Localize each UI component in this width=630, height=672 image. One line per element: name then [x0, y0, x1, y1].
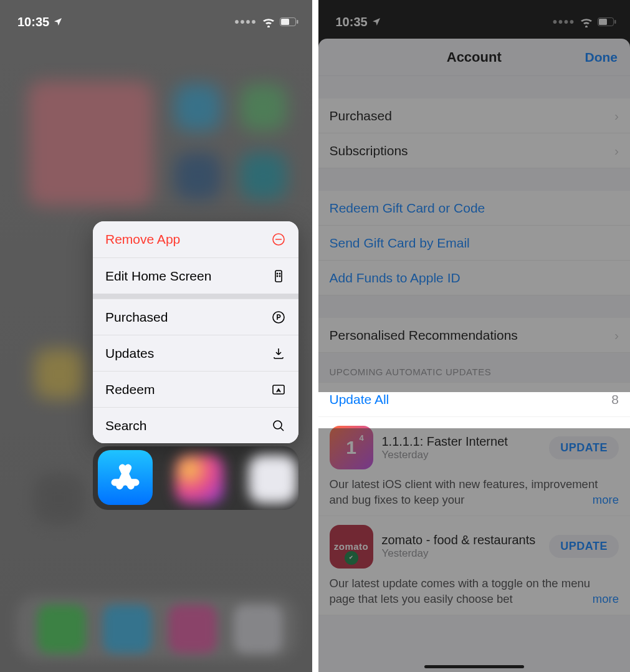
update-button[interactable]: UPDATE [549, 436, 619, 459]
cell-label: Subscriptions [330, 143, 615, 158]
account-sheet: Account Done Purchased › Subscriptions ›… [318, 39, 631, 672]
cell-add-funds[interactable]: Add Funds to Apple ID [318, 261, 631, 295]
cell-purchased[interactable]: Purchased › [318, 98, 631, 133]
menu-label: Remove App [105, 232, 271, 247]
menu-search[interactable]: Search [93, 407, 298, 443]
status-time: 10:35 [336, 15, 368, 29]
left-panel-homescreen: 10:35 •••• Remove App Edit Home Screen P… [0, 0, 312, 672]
app-subtitle: Yesterday [382, 547, 541, 560]
more-link[interactable]: more [588, 592, 619, 607]
update-button[interactable]: UPDATE [549, 535, 619, 558]
download-icon [271, 346, 286, 361]
chevron-right-icon: › [614, 328, 619, 343]
menu-label: Search [105, 418, 271, 433]
app-store-icon[interactable] [98, 450, 153, 505]
cell-redeem-gift[interactable]: Redeem Gift Card or Code [318, 191, 631, 226]
status-bar: 10:35 •••• [336, 14, 617, 30]
sheet-title: Account [447, 49, 502, 65]
cell-label: Personalised Recommendations [330, 328, 615, 343]
wifi-icon [261, 16, 276, 27]
home-indicator[interactable] [424, 665, 524, 668]
battery-icon [598, 15, 616, 29]
wifi-icon [579, 16, 594, 27]
cell-send-gift[interactable]: Send Gift Card by Email [318, 226, 631, 261]
battery-icon [280, 15, 298, 29]
safe-badge-icon: ✔ [345, 551, 358, 565]
status-time: 10:35 [17, 15, 49, 29]
cell-label: Redeem Gift Card or Code [330, 201, 619, 216]
chevron-right-icon: › [614, 143, 619, 158]
menu-label: Edit Home Screen [105, 269, 271, 284]
cellular-dots-icon: •••• [234, 15, 257, 29]
sheet-header: Account Done [318, 39, 631, 76]
cellular-dots-icon: •••• [553, 15, 575, 29]
done-button[interactable]: Done [585, 50, 618, 65]
svg-rect-2 [297, 20, 298, 24]
search-icon [271, 418, 286, 433]
cell-subscriptions[interactable]: Subscriptions › [318, 133, 631, 168]
chevron-right-icon: › [614, 108, 619, 123]
app-release-notes: Our latest iOS client with new features,… [330, 477, 619, 508]
app-subtitle: Yesterday [382, 449, 541, 461]
menu-edit-home-screen[interactable]: Edit Home Screen [93, 257, 298, 294]
adjacent-app-blur [175, 455, 224, 504]
update-count: 8 [611, 392, 619, 407]
svg-line-13 [281, 428, 284, 431]
more-link[interactable]: more [588, 492, 619, 508]
svg-point-7 [279, 273, 280, 274]
cell-label: Add Funds to Apple ID [330, 271, 619, 286]
menu-separator [93, 294, 298, 299]
app-name: 1.1.1.1: Faster Internet [382, 434, 541, 449]
location-icon [371, 17, 381, 27]
section-header-updates: Upcoming Automatic Updates [318, 353, 631, 382]
purchased-icon [271, 310, 286, 325]
menu-label: Purchased [105, 310, 271, 325]
cell-personalised-recs[interactable]: Personalised Recommendations › [318, 318, 631, 353]
menu-updates[interactable]: Updates [93, 335, 298, 371]
redeem-card-icon [271, 382, 286, 397]
menu-label: Updates [105, 346, 271, 361]
update-all-row[interactable]: Update All 8 [318, 382, 631, 417]
app-update-row: zomato ✔ zomato - food & restaurants Yes… [318, 516, 631, 615]
app-icon-1111[interactable]: 14 [330, 426, 373, 469]
adjacent-app-blur [249, 455, 297, 504]
svg-point-12 [274, 421, 282, 429]
location-icon [53, 17, 63, 27]
remove-circle-icon [271, 232, 286, 247]
menu-redeem[interactable]: Redeem [93, 371, 298, 407]
svg-rect-16 [614, 20, 616, 24]
svg-point-8 [277, 276, 277, 276]
context-menu-app-preview [93, 446, 298, 510]
app-release-notes: Our latest update comes with a toggle on… [330, 576, 619, 607]
update-all-label: Update All [330, 392, 612, 407]
status-bar: 10:35 •••• [17, 14, 298, 30]
app-context-menu: Remove App Edit Home Screen Purchased Up… [93, 221, 298, 443]
cell-label: Purchased [330, 108, 615, 123]
svg-rect-5 [275, 271, 282, 282]
menu-remove-app[interactable]: Remove App [93, 221, 298, 257]
phone-grid-icon [271, 269, 286, 284]
app-update-row: 14 1.1.1.1: Faster Internet Yesterday UP… [318, 417, 631, 516]
svg-rect-1 [281, 19, 289, 25]
menu-purchased[interactable]: Purchased [93, 299, 298, 335]
app-name: zomato - food & restaurants [382, 533, 541, 547]
cell-label: Send Gift Card by Email [330, 236, 619, 251]
svg-point-6 [277, 273, 277, 274]
right-panel-account: 10:35 •••• Account Done Purchased › S [312, 0, 631, 672]
app-icon-zomato[interactable]: zomato ✔ [330, 525, 373, 569]
menu-label: Redeem [105, 382, 271, 397]
svg-rect-15 [599, 19, 607, 25]
svg-point-9 [279, 276, 280, 276]
